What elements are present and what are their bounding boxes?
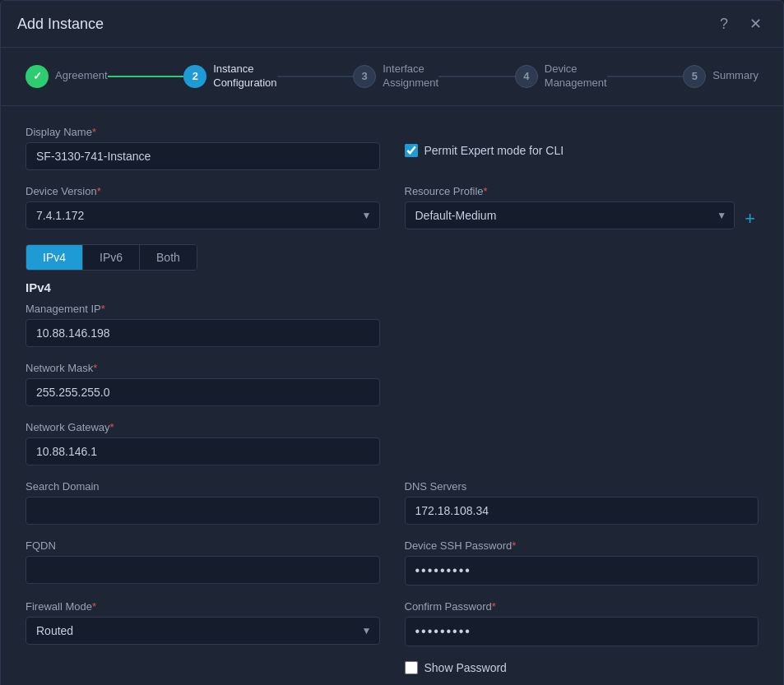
connector-4-5 [607,76,684,77]
group-display-name: Display Name* [26,126,380,170]
resource-profile-row: Default-Medium Default-Small Default-Lar… [405,201,759,229]
fqdn-label: FQDN [26,539,380,552]
connector-1-2 [108,76,184,77]
step-2-circle: 2 [183,65,206,88]
display-name-input[interactable] [26,142,380,170]
ipv6-tab[interactable]: IPv6 [83,245,140,270]
search-domain-label: Search Domain [26,480,380,493]
group-fqdn: FQDN [26,539,380,584]
row-search-dns: Search Domain DNS Servers [26,480,758,525]
network-mask-label: Network Mask* [26,362,380,374]
group-confirm-password: Confirm Password* [405,600,759,646]
resource-profile-select-wrapper: Default-Medium Default-Small Default-Lar… [405,201,735,229]
show-password-checkbox[interactable] [405,661,418,674]
row-network-mask: Network Mask* [26,362,758,406]
step-5-label: Summary [712,69,758,83]
device-version-label: Device Version* [26,185,380,197]
step-4-label: DeviceManagement [545,62,607,90]
row-device-version: Device Version* 7.4.1.172 7.4.0 7.3.1 ▼ … [26,185,758,229]
step-5-circle: 5 [683,65,706,88]
both-tab[interactable]: Both [140,245,197,270]
resource-profile-select[interactable]: Default-Medium Default-Small Default-Lar… [405,201,735,229]
step-1-agreement: ✓ Agreement [26,65,108,88]
step-3-circle: 3 [353,65,376,88]
device-version-select-wrapper: 7.4.1.172 7.4.0 7.3.1 ▼ [26,201,380,229]
network-gateway-input[interactable] [26,437,380,465]
group-network-mask: Network Mask* [26,362,380,406]
network-mask-input[interactable] [26,378,380,406]
network-gateway-label: Network Gateway* [26,421,380,433]
group-management-ip: Management IP* [26,303,380,347]
ipv4-tab[interactable]: IPv4 [26,245,83,270]
help-button[interactable]: ? [712,12,735,35]
row-display-name: Display Name* Permit Expert mode for CLI [26,126,758,170]
row-firewall-confirm: Firewall Mode* Routed Transparent ▼ Conf… [26,600,758,646]
ssh-password-label: Device SSH Password* [405,539,759,552]
step-3-label: InterfaceAssignment [383,62,438,90]
confirm-password-label: Confirm Password* [405,600,759,613]
step-3-interface: 3 InterfaceAssignment [353,62,438,90]
row-management-ip: Management IP* [26,303,758,347]
step-2-instance-config: 2 InstanceConfiguration [183,62,276,90]
row-network-gateway: Network Gateway* [26,421,758,465]
device-version-select[interactable]: 7.4.1.172 7.4.0 7.3.1 [26,201,380,229]
row-show-password: Show Password [26,661,758,674]
permit-expert-row: Permit Expert mode for CLI [405,144,759,157]
dns-servers-label: DNS Servers [405,480,759,493]
ip-toggle: IPv4 IPv6 Both [26,244,197,271]
form-body: Display Name* Permit Expert mode for CLI… [1,106,783,685]
ssh-password-input[interactable] [405,556,759,585]
add-instance-modal: Add Instance ? ✕ ✓ Agreement 2 InstanceC… [0,0,784,685]
header-icons: ? ✕ [712,12,767,35]
step-4-device-mgmt: 4 DeviceManagement [515,62,607,90]
group-show-password: Show Password [405,661,759,674]
group-firewall-mode: Firewall Mode* Routed Transparent ▼ [26,600,380,645]
management-ip-input[interactable] [26,319,380,347]
add-resource-profile-button[interactable]: + [741,210,758,228]
group-permit-expert: Permit Expert mode for CLI [405,126,759,157]
show-password-label: Show Password [424,661,507,674]
connector-2-3 [277,76,354,77]
group-dns-servers: DNS Servers [405,480,759,525]
modal-header: Add Instance ? ✕ [1,1,783,48]
show-password-row: Show Password [405,661,759,674]
group-resource-profile: Resource Profile* Default-Medium Default… [405,185,759,229]
group-search-domain: Search Domain [26,480,380,525]
dns-servers-input[interactable] [405,497,759,525]
close-button[interactable]: ✕ [744,12,767,35]
step-1-circle: ✓ [26,65,49,88]
connector-3-4 [438,76,515,77]
confirm-password-input[interactable] [405,617,759,646]
step-1-label: Agreement [55,69,108,83]
step-2-label: InstanceConfiguration [213,62,276,90]
ipv4-heading: IPv4 [26,280,758,294]
group-ssh-password: Device SSH Password* [405,539,759,585]
display-name-label: Display Name* [26,126,380,138]
permit-expert-checkbox[interactable] [405,144,418,157]
fqdn-input[interactable] [26,556,380,584]
step-4-circle: 4 [515,65,538,88]
resource-profile-label: Resource Profile* [405,185,759,197]
modal-title: Add Instance [17,16,104,33]
stepper: ✓ Agreement 2 InstanceConfiguration 3 In… [1,48,783,106]
group-device-version: Device Version* 7.4.1.172 7.4.0 7.3.1 ▼ [26,185,380,229]
search-domain-input[interactable] [26,497,380,525]
management-ip-label: Management IP* [26,303,380,315]
firewall-mode-select-wrapper: Routed Transparent ▼ [26,617,380,645]
row-fqdn-ssh: FQDN Device SSH Password* [26,539,758,585]
permit-expert-label: Permit Expert mode for CLI [424,144,564,157]
firewall-mode-select[interactable]: Routed Transparent [26,617,380,645]
firewall-mode-label: Firewall Mode* [26,600,380,613]
step-5-summary: 5 Summary [683,65,758,88]
group-network-gateway: Network Gateway* [26,421,380,465]
